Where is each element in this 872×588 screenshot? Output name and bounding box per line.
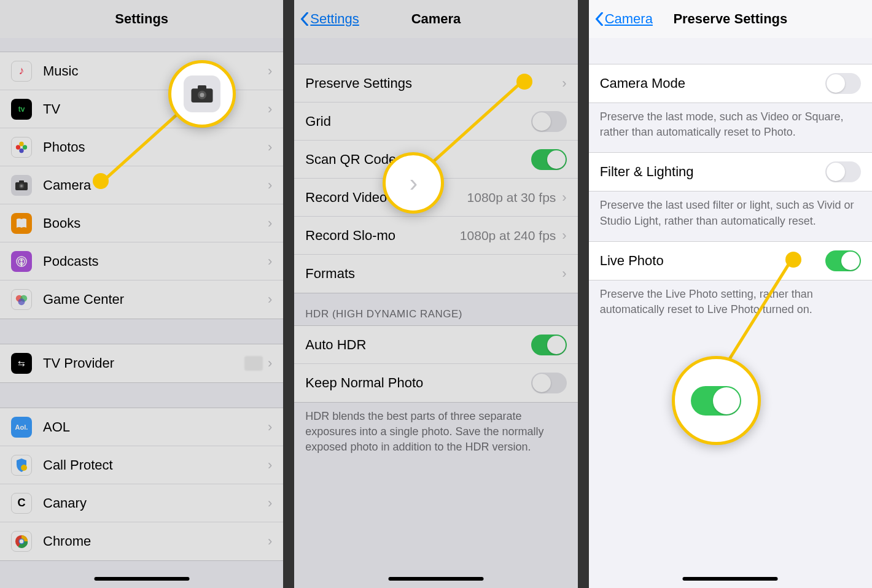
row-formats[interactable]: Formats ›	[294, 255, 577, 293]
back-button[interactable]: Camera	[595, 11, 653, 27]
label: Canary	[43, 495, 268, 511]
svg-point-14	[21, 465, 27, 471]
svg-point-13	[18, 298, 25, 305]
hdr-footer-text: HDR blends the best parts of three separ…	[294, 403, 577, 468]
callout-toggle	[672, 356, 761, 445]
settings-item-music[interactable]: ♪ Music ›	[0, 52, 283, 90]
svg-point-2	[19, 148, 23, 152]
back-button[interactable]: Settings	[300, 11, 359, 27]
row-live-photo[interactable]: Live Photo	[589, 242, 872, 280]
chevron-right-icon: ›	[562, 228, 566, 244]
settings-item-podcasts[interactable]: Podcasts ›	[0, 242, 283, 280]
label: Chrome	[43, 533, 268, 549]
chevron-left-icon	[300, 12, 309, 26]
filter-lighting-desc: Preserve the last used filter or light, …	[589, 191, 872, 241]
svg-point-0	[19, 141, 23, 145]
label: Camera	[43, 177, 268, 193]
section-header-hdr: HDR (HIGH DYNAMIC RANGE)	[294, 293, 577, 325]
row-grid[interactable]: Grid	[294, 103, 577, 141]
back-label: Settings	[310, 11, 359, 27]
settings-item-chrome[interactable]: Chrome ›	[0, 522, 283, 560]
page-title: Preserve Settings	[673, 11, 787, 27]
chevron-right-icon: ›	[268, 215, 272, 231]
chevron-right-icon: ›	[562, 190, 566, 206]
label: Game Center	[43, 292, 268, 308]
camera-mode-toggle[interactable]	[825, 73, 861, 94]
podcast-icon	[15, 255, 28, 268]
chevron-right-icon: ›	[268, 177, 272, 193]
svg-rect-5	[19, 180, 24, 183]
label: Music	[43, 63, 268, 79]
chrome-icon	[15, 535, 28, 548]
row-keep-normal[interactable]: Keep Normal Photo	[294, 364, 577, 402]
chevron-right-icon: ›	[268, 457, 272, 473]
page-title: Camera	[411, 11, 461, 27]
label: TV Provider	[43, 355, 244, 371]
row-preserve-settings[interactable]: Preserve Settings ›	[294, 64, 577, 103]
chevron-right-icon: ›	[268, 139, 272, 155]
chevron-right-icon: ›	[268, 292, 272, 308]
callout-camera-icon	[168, 60, 236, 128]
provider-value-redacted	[244, 356, 263, 371]
shield-icon	[15, 458, 28, 472]
label: Podcasts	[43, 253, 268, 269]
live-photo-desc: Preserve the Live Photo setting, rather …	[589, 280, 872, 330]
back-label: Camera	[605, 11, 653, 27]
callout-dot	[785, 252, 801, 268]
row-record-slomo[interactable]: Record Slo-mo 1080p at 240 fps ›	[294, 217, 577, 255]
settings-item-callprotect[interactable]: Call Protect ›	[0, 446, 283, 484]
svg-point-21	[200, 93, 204, 97]
live-photo-toggle[interactable]	[825, 250, 861, 271]
label: Formats	[305, 266, 562, 282]
chevron-right-icon: ›	[268, 253, 272, 269]
chevron-right-icon: ›	[268, 101, 272, 117]
settings-item-tvprovider[interactable]: ⇆ TV Provider ›	[0, 344, 283, 382]
label: Keep Normal Photo	[305, 375, 531, 391]
page-title: Settings	[115, 11, 168, 27]
book-icon	[15, 217, 28, 230]
svg-rect-19	[198, 85, 206, 90]
home-indicator[interactable]	[94, 577, 189, 581]
label: Books	[43, 215, 268, 231]
settings-screen: Settings ♪ Music › tv TV › Photos › Came…	[0, 0, 283, 588]
chevron-right-icon: ›	[268, 495, 272, 511]
svg-point-1	[23, 145, 27, 149]
chevron-right-icon: ›	[562, 75, 566, 91]
chevron-left-icon	[595, 12, 604, 26]
settings-item-books[interactable]: Books ›	[0, 204, 283, 242]
settings-item-camera[interactable]: Camera ›	[0, 166, 283, 204]
home-indicator[interactable]	[683, 577, 778, 581]
keep-normal-toggle[interactable]	[531, 373, 567, 393]
label: Photos	[43, 139, 268, 155]
chevron-right-icon: ›	[562, 266, 566, 282]
row-auto-hdr[interactable]: Auto HDR	[294, 326, 577, 364]
label: Grid	[305, 114, 531, 130]
row-filter-lighting[interactable]: Filter & Lighting	[589, 153, 872, 191]
auto-hdr-toggle[interactable]	[531, 335, 567, 355]
grid-toggle[interactable]	[531, 111, 567, 132]
label: Call Protect	[43, 457, 268, 473]
settings-item-aol[interactable]: Aol. AOL ›	[0, 408, 283, 446]
gamecenter-icon	[15, 293, 28, 306]
settings-item-tv[interactable]: tv TV ›	[0, 90, 283, 128]
chevron-right-icon: ›	[268, 533, 272, 549]
camera-settings-screen: Settings Camera Preserve Settings › Grid…	[294, 0, 577, 588]
row-camera-mode[interactable]: Camera Mode	[589, 64, 872, 103]
detail-value: 1080p at 240 fps	[460, 228, 556, 243]
scan-qr-toggle[interactable]	[531, 149, 567, 170]
camera-icon	[15, 180, 28, 190]
navbar: Camera Preserve Settings	[589, 0, 872, 38]
settings-item-canary[interactable]: C Canary ›	[0, 484, 283, 522]
navbar: Settings	[0, 0, 283, 38]
label: Auto HDR	[305, 337, 531, 353]
filter-lighting-toggle[interactable]	[825, 161, 861, 182]
svg-point-7	[20, 185, 23, 187]
label: Record Slo-mo	[305, 228, 460, 244]
settings-item-gamecenter[interactable]: Game Center ›	[0, 280, 283, 319]
label: Camera Mode	[600, 75, 825, 91]
photos-icon	[15, 141, 28, 154]
label: Filter & Lighting	[600, 164, 825, 180]
detail-value: 1080p at 30 fps	[467, 190, 556, 205]
callout-dot	[93, 173, 109, 189]
home-indicator[interactable]	[388, 577, 483, 581]
